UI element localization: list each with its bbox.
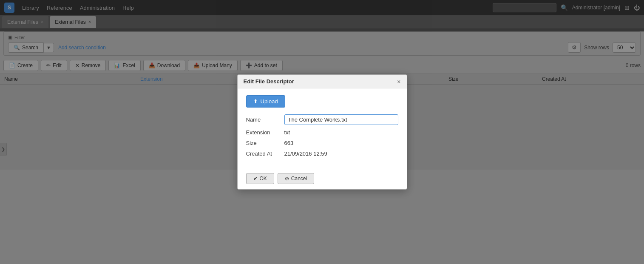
dialog-body: ⬆ Upload Name Extension txt Size 663 Cre…	[238, 88, 407, 168]
size-field-value: 663	[284, 140, 294, 146]
extension-field-value: txt	[284, 129, 290, 136]
created-at-field-label: Created At	[246, 150, 284, 157]
dialog-title: Edit File Descriptor	[244, 78, 294, 85]
edit-file-dialog: Edit File Descriptor × ⬆ Upload Name Ext…	[237, 74, 407, 190]
cancel-label: Cancel	[291, 176, 307, 182]
name-field-row: Name	[246, 114, 398, 125]
created-at-field-value: 21/09/2016 12:59	[284, 150, 327, 157]
cancel-button[interactable]: ⊘ Cancel	[278, 173, 314, 184]
modal-overlay: Edit File Descriptor × ⬆ Upload Name Ext…	[0, 0, 644, 264]
extension-field-label: Extension	[246, 129, 284, 136]
size-field-label: Size	[246, 140, 284, 146]
dialog-footer: ✔ OK ⊘ Cancel	[238, 168, 407, 189]
upload-button[interactable]: ⬆ Upload	[246, 95, 285, 108]
dialog-close-button[interactable]: ×	[397, 79, 400, 85]
upload-icon: ⬆	[253, 98, 258, 105]
size-field-row: Size 663	[246, 140, 398, 146]
upload-label: Upload	[261, 98, 278, 105]
ok-label: OK	[260, 176, 267, 182]
dialog-header: Edit File Descriptor ×	[238, 75, 407, 88]
cancel-icon: ⊘	[285, 176, 289, 182]
created-at-field-row: Created At 21/09/2016 12:59	[246, 150, 398, 157]
name-field-label: Name	[246, 116, 284, 123]
name-field-input[interactable]	[284, 114, 398, 125]
extension-field-row: Extension txt	[246, 129, 398, 136]
ok-button[interactable]: ✔ OK	[246, 173, 274, 184]
ok-icon: ✔	[253, 176, 258, 182]
